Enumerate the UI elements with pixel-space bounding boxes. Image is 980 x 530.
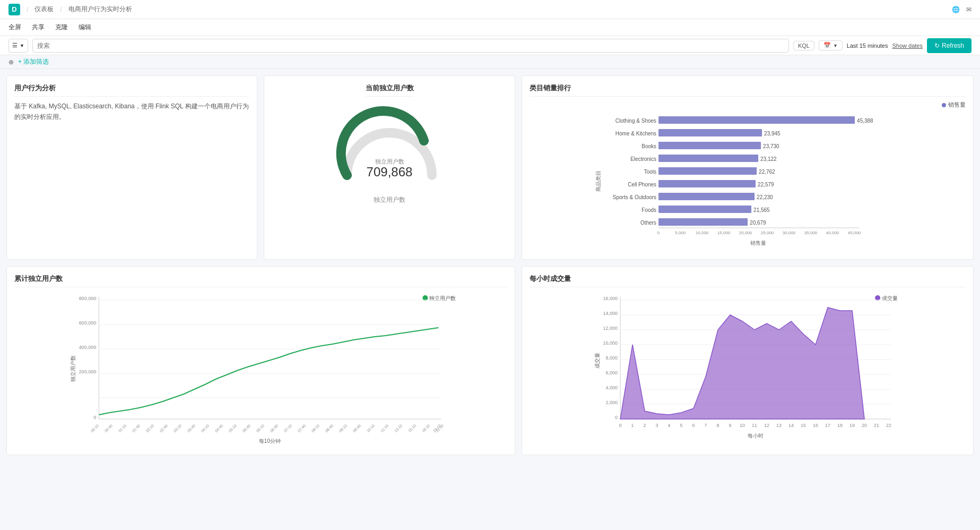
- svg-rect-13: [658, 155, 758, 162]
- svg-text:18:10: 18:10: [421, 424, 430, 433]
- svg-text:每10分钟: 每10分钟: [259, 438, 281, 444]
- svg-text:8: 8: [716, 423, 719, 428]
- svg-text:16: 16: [813, 423, 818, 428]
- bar-legend-label: 销售量: [948, 101, 966, 109]
- dashboard: 用户行为分析 基于 Kafka, MySQL, Elasticsearch, K…: [0, 69, 980, 461]
- svg-text:20,679: 20,679: [750, 220, 766, 226]
- svg-text:12,000: 12,000: [603, 326, 618, 331]
- time-calendar-icon[interactable]: 📅 ▼: [819, 40, 843, 50]
- svg-text:成交量: 成交量: [594, 353, 600, 369]
- svg-text:0: 0: [93, 415, 96, 420]
- refresh-button[interactable]: ↻ Refresh: [927, 38, 972, 53]
- svg-text:22,230: 22,230: [757, 194, 773, 200]
- svg-text:20: 20: [862, 423, 867, 428]
- svg-text:15,000: 15,000: [717, 230, 731, 235]
- svg-text:20,000: 20,000: [739, 230, 752, 235]
- svg-text:销售量: 销售量: [750, 240, 766, 246]
- svg-text:9: 9: [729, 423, 731, 428]
- calendar-icon: 📅: [823, 42, 831, 49]
- add-filter-row: ⊕ + 添加筛选: [0, 55, 980, 69]
- svg-rect-10: [658, 142, 761, 149]
- refresh-label: Refresh: [942, 42, 964, 49]
- svg-text:3: 3: [655, 423, 658, 428]
- svg-text:03:40: 03:40: [187, 424, 196, 433]
- info-card-title: 用户行为分析: [14, 83, 249, 97]
- svg-text:16,000: 16,000: [603, 296, 618, 301]
- svg-text:Tools: Tools: [644, 169, 656, 175]
- svg-text:4: 4: [667, 423, 670, 428]
- svg-text:10,000: 10,000: [696, 230, 709, 235]
- refresh-icon: ↻: [934, 42, 940, 49]
- svg-rect-16: [658, 167, 757, 175]
- svg-text:6,000: 6,000: [605, 370, 618, 375]
- svg-text:0: 0: [615, 415, 618, 420]
- svg-text:21,565: 21,565: [753, 207, 770, 213]
- svg-text:22,579: 22,579: [758, 182, 774, 187]
- svg-text:15: 15: [801, 423, 806, 428]
- svg-text:08:10: 08:10: [311, 424, 320, 433]
- topbar-icons: 🌐 ✉: [952, 6, 972, 13]
- show-dates-button[interactable]: Show dates: [892, 42, 922, 49]
- gauge-card-title: 当前独立用户数: [366, 83, 414, 97]
- svg-text:2: 2: [643, 423, 646, 428]
- svg-text:11:10: 11:10: [380, 424, 389, 433]
- menu-edit[interactable]: 编辑: [79, 23, 91, 32]
- search-input[interactable]: [37, 42, 784, 49]
- menu-clone[interactable]: 克隆: [55, 23, 68, 32]
- line-card-title: 累计独立用户数: [14, 274, 507, 287]
- bar-chart-svg: 商品类目 Clothing & Shoes 45,388 Home & Kitc…: [530, 112, 966, 250]
- globe-icon[interactable]: 🌐: [952, 6, 960, 13]
- svg-text:6: 6: [692, 423, 695, 428]
- svg-text:25,000: 25,000: [761, 230, 774, 235]
- svg-text:01:40: 01:40: [132, 424, 141, 433]
- svg-text:709,868: 709,868: [367, 165, 413, 179]
- svg-text:10,000: 10,000: [603, 340, 618, 346]
- svg-text:07:40: 07:40: [297, 424, 306, 433]
- svg-text:12: 12: [764, 423, 769, 428]
- kql-button[interactable]: KQL: [793, 41, 814, 50]
- area-chart-svg: 成交量 16,000 14,000 12,000 10,000 8,000 6,…: [530, 292, 966, 446]
- menu-fullscreen[interactable]: 全屏: [8, 23, 21, 32]
- mail-icon[interactable]: ✉: [966, 6, 972, 13]
- logo: D: [8, 4, 20, 15]
- menu-share[interactable]: 共享: [32, 23, 45, 32]
- time-range-text: Last 15 minutes: [847, 42, 888, 49]
- svg-rect-25: [658, 206, 751, 213]
- svg-text:Electronics: Electronics: [630, 156, 656, 162]
- svg-rect-22: [658, 193, 754, 200]
- svg-text:00:40: 00:40: [104, 424, 113, 433]
- svg-text:5: 5: [680, 423, 682, 428]
- calendar-dropdown: ▼: [833, 43, 838, 48]
- breadcrumb-page: 电商用户行为实时分析: [68, 5, 132, 14]
- svg-text:13:10: 13:10: [394, 424, 403, 433]
- svg-text:Home & Kitchens: Home & Kitchens: [615, 131, 656, 136]
- info-card: 用户行为分析 基于 Kafka, MySQL, Elasticsearch, K…: [6, 75, 257, 260]
- line-card: 累计独立用户数 独立用户数 800,000 600,000 400,000 20…: [6, 266, 515, 455]
- svg-text:400,000: 400,000: [79, 345, 97, 350]
- svg-text:09:40: 09:40: [352, 424, 361, 433]
- breadcrumb-divider: /: [27, 6, 28, 13]
- svg-text:45,000: 45,000: [848, 230, 861, 235]
- add-filter-button[interactable]: + 添加筛选: [18, 57, 49, 66]
- bar-card-title: 类目销量排行: [530, 83, 966, 97]
- svg-text:09:10: 09:10: [339, 424, 348, 433]
- svg-text:13: 13: [776, 423, 782, 428]
- filter-type-selector[interactable]: ☰ ▼: [8, 39, 28, 53]
- search-box[interactable]: [32, 39, 789, 53]
- menubar: 全屏 共享 克隆 编辑: [0, 19, 980, 36]
- svg-text:06:40: 06:40: [270, 424, 279, 433]
- svg-text:07:10: 07:10: [283, 424, 292, 433]
- gauge-svg: 独立用户数 709,868: [331, 101, 448, 191]
- svg-text:0: 0: [619, 423, 621, 428]
- svg-text:30,000: 30,000: [783, 230, 796, 235]
- svg-rect-4: [658, 116, 855, 124]
- svg-text:17: 17: [825, 423, 830, 428]
- svg-text:11: 11: [752, 423, 757, 428]
- svg-text:00:10: 00:10: [90, 424, 99, 433]
- svg-text:600,000: 600,000: [79, 320, 97, 326]
- svg-text:Foods: Foods: [641, 207, 656, 213]
- area-card-title: 每小时成交量: [530, 274, 966, 287]
- filter-options-icon[interactable]: ⊕: [8, 58, 14, 66]
- svg-text:18: 18: [837, 423, 843, 428]
- svg-text:200,000: 200,000: [79, 369, 97, 374]
